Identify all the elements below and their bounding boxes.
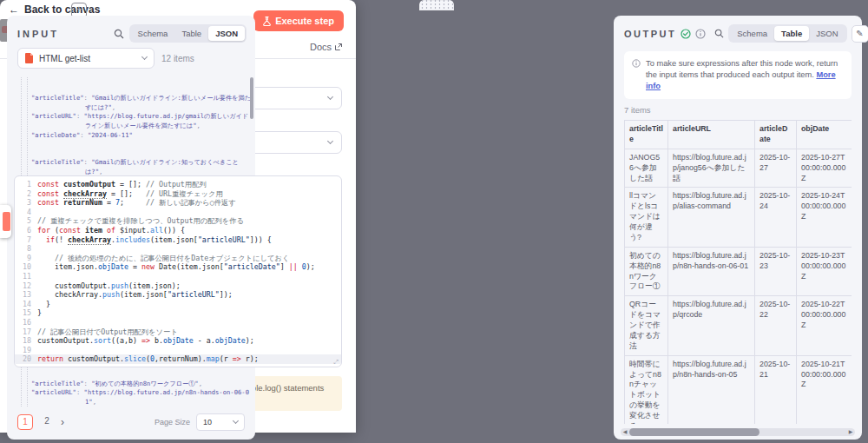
output-notice: To make sure expressions after this node… — [624, 51, 852, 99]
output-table: articleTitlearticleURLarticleDateobjDate… — [624, 120, 852, 424]
code-line: 17// 記事公開日付でOutput用配列をソート — [15, 327, 341, 337]
output-title: OUTPUT — [624, 29, 676, 39]
chevron-down-icon — [141, 54, 148, 60]
output-table-wrap[interactable]: articleTitlearticleURLarticleDateobjDate… — [624, 120, 852, 424]
input-node-stub[interactable] — [0, 205, 11, 238]
info-circle-icon — [695, 29, 706, 39]
success-check-icon — [681, 29, 691, 39]
tab-table[interactable]: Table — [774, 26, 809, 41]
column-header: articleTitle — [625, 121, 668, 149]
output-scrollbar-horizontal[interactable]: ◀ ▶ — [621, 428, 855, 436]
code-line: 19 — [15, 346, 341, 355]
code-line: 20return customOutput.slice(0,returnNum)… — [15, 354, 341, 364]
output-panel: OUTPUT SchemaTableJSON ✎ To make sure — [614, 16, 862, 440]
table-row: 初めての本格的n8nワークフロー①https://blog.future.ad.… — [625, 247, 852, 296]
code-line: 16 — [15, 318, 341, 327]
code-line: 6for (const item of $input.all()) { — [15, 226, 341, 235]
column-header: articleDate — [755, 121, 797, 149]
column-header: articleURL — [668, 121, 755, 149]
back-arrow-icon: ← — [9, 3, 19, 16]
docs-label: Docs — [310, 42, 332, 52]
input-source-label: HTML get-list — [39, 54, 137, 63]
code-line: 9 // 後続の処理のために、記事公開日付をDateオブジェクトにしておく — [15, 254, 341, 263]
html-node-icon — [3, 212, 10, 231]
page-button[interactable]: 2 — [39, 414, 55, 430]
code-line: 7 if(! checkArray.includes(item.json["ar… — [15, 235, 341, 245]
code-line: 12 customOutput.push(item.json); — [15, 281, 341, 291]
code-line: 13 checkArray.push(item.json["articleURL… — [15, 290, 341, 300]
table-row: JANOG56へ参加した話https://blog.future.ad.jp/j… — [625, 149, 852, 188]
page-size-value: 10 — [203, 418, 212, 426]
pencil-icon: ✎ — [856, 29, 863, 38]
chevron-down-icon — [327, 94, 333, 100]
code-line: 11 — [15, 272, 341, 281]
back-to-canvas-label: Back to canvas — [24, 3, 100, 16]
scroll-left-icon[interactable]: ◀ — [621, 428, 629, 436]
input-pagination: 12 — [17, 414, 55, 430]
page-button[interactable]: 1 — [17, 414, 33, 430]
input-scrollbar[interactable] — [250, 77, 253, 119]
code-line: 14 } — [15, 300, 341, 309]
code-line: 18customOutput.sort((a,b) => b.objDate -… — [15, 336, 341, 346]
code-line: 8 — [15, 244, 341, 254]
panel-drag-handle[interactable] — [419, 0, 454, 10]
code-line: 4 — [15, 208, 341, 217]
info-circle-icon — [632, 59, 641, 92]
code-line: 10 item.json.objDate = new Date(item.jso… — [15, 262, 341, 272]
docs-link[interactable]: Docs — [310, 42, 342, 58]
external-link-icon — [335, 43, 342, 50]
code-line: 15} — [15, 308, 341, 318]
execute-step-label: Execute step — [275, 16, 334, 26]
notice-text: To make sure expressions after this node… — [646, 59, 838, 79]
tab-schema[interactable]: Schema — [131, 26, 175, 41]
input-title: INPUT — [17, 29, 59, 39]
search-icon[interactable] — [714, 29, 724, 38]
search-icon[interactable] — [114, 29, 124, 39]
flask-icon — [263, 17, 271, 26]
output-table-body: JANOG56へ参加した話https://blog.future.ad.jp/j… — [625, 149, 852, 424]
input-items-count: 12 items — [161, 54, 194, 63]
input-source-select[interactable]: HTML get-list — [17, 48, 155, 69]
table-header-row: articleTitlearticleURLarticleDateobjDate — [625, 121, 852, 149]
code-line: 2const checkArray = []; // URL重複チェック用 — [15, 189, 341, 199]
tab-table[interactable]: Table — [174, 26, 208, 41]
code-line: 1const customOutput = []; // Output用配列 — [15, 180, 341, 189]
chevron-down-icon — [327, 138, 333, 144]
html-node-icon — [25, 53, 34, 63]
table-row: QRコードをコマンドで作成する方法https://blog.future.ad.… — [625, 296, 852, 355]
tab-json[interactable]: JSON — [809, 26, 845, 41]
table-row: llコマンドとlsコマンドは何が違う?https://blog.future.a… — [625, 188, 852, 247]
tab-schema[interactable]: Schema — [730, 26, 774, 41]
output-items-count: 7 items — [624, 105, 852, 115]
code-line: 5// 重複チェックで重複を排除しつつ、Output用の配列を作る — [15, 216, 341, 226]
chevron-down-icon — [233, 418, 239, 424]
table-row: 時間帯によってn8nチャットボットの挙動を変化させるhttps://blog.f… — [625, 355, 852, 424]
input-view-tabs: SchemaTableJSON — [129, 24, 247, 43]
tab-json[interactable]: JSON — [208, 26, 245, 41]
page-size-select[interactable]: 10 — [196, 413, 245, 431]
next-page-button[interactable]: › — [61, 416, 64, 428]
editor-expand-icon[interactable]: ⤢ — [333, 359, 339, 366]
scroll-right-icon[interactable]: ▶ — [846, 428, 855, 436]
edit-output-button[interactable]: ✎ — [852, 25, 868, 43]
code-editor-lines: 1const customOutput = []; // Output用配列2c… — [15, 180, 341, 364]
execute-step-button[interactable]: Execute step — [253, 10, 344, 31]
code-editor[interactable]: 1const customOutput = []; // Output用配列2c… — [14, 175, 342, 367]
scroll-thumb[interactable] — [629, 428, 760, 436]
output-view-tabs: SchemaTableJSON — [728, 24, 846, 43]
page-size-label: Page Size — [155, 418, 190, 426]
code-line: 3const returnNum = 7; // 新しい記事から○件返す — [15, 198, 341, 208]
column-header: objDate — [797, 121, 852, 149]
